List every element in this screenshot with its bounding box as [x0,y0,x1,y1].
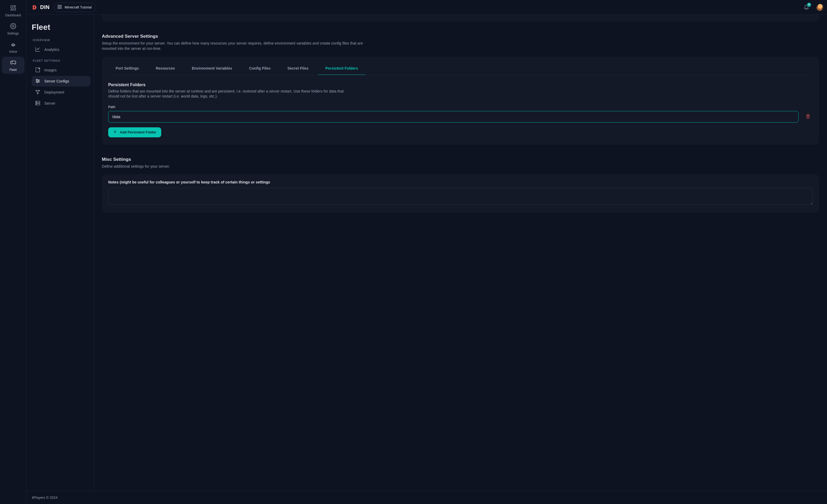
svg-rect-10 [60,7,61,9]
add-persistent-folder-label: Add Persistent Folder [120,130,156,134]
voice-icon [10,41,16,48]
path-label: Path [108,105,813,109]
footer: 4Players © 2024 [27,491,827,504]
tab-port-settings[interactable]: Port Settings [108,62,146,75]
rail-item-label: Dashboard [5,13,21,17]
svg-point-4 [12,25,14,27]
svg-point-21 [36,104,37,104]
rail-item-settings[interactable]: Settings [2,20,25,38]
apps-grid-icon [57,4,62,10]
gear-icon [10,23,16,30]
notes-label: Notes (might be useful for colleagues or… [108,180,813,184]
rail-item-label: Fleet [9,68,17,72]
advanced-title: Advanced Server Settings [102,34,819,39]
add-persistent-folder-button[interactable]: Add Persistent Folder [108,127,161,137]
page-title: Fleet [32,23,91,32]
path-row [108,111,813,123]
delete-path-button[interactable] [803,112,813,121]
svg-rect-2 [14,8,15,10]
notifications-badge: 9 [807,3,811,7]
app-selector-chip[interactable]: Minecraft Tutorial [54,3,96,12]
tab-secret-files[interactable]: Secret Files [280,62,316,75]
rail-item-label: Settings [7,32,19,35]
brand[interactable]: DIN [32,4,50,10]
rail-item-dashboard[interactable]: Dashboard [2,2,25,19]
rail-item-label: Voice [9,50,17,54]
dashboard-icon [10,5,16,12]
app-chip-label: Minecraft Tutorial [65,5,92,9]
sidebar-item-label: Server [44,101,55,105]
app-column: DIN Minecraft Tutorial 9 Fleet OVERVIEW [27,0,827,504]
side-group-label-overview: OVERVIEW [33,39,90,42]
svg-rect-3 [11,9,13,10]
image-add-icon [35,67,41,73]
trash-icon [806,114,811,120]
sidebar-item-images[interactable]: Images [32,65,91,75]
sidebar-item-server[interactable]: Server [32,98,91,109]
advanced-card: Port Settings Resources Environment Vari… [102,57,819,145]
svg-point-15 [36,90,37,91]
left-rail: Dashboard Settings Voice Fleet [0,0,27,504]
sidebar-item-deployment[interactable]: Deployment [32,87,91,98]
sidebar-item-analytics[interactable]: Analytics [32,44,91,55]
main-content[interactable]: Advanced Server Settings Setup the envir… [94,15,827,491]
sidebar-item-server-configs[interactable]: Server Configs [32,76,91,87]
svg-point-16 [39,90,40,91]
footer-copyright: 4Players © 2024 [32,496,57,500]
advanced-desc: Setup the environment for your server. Y… [102,41,371,51]
sidebar: Fleet OVERVIEW Analytics FLEET SETTINGS … [27,15,94,491]
svg-rect-6 [34,6,35,8]
side-group-label-fleet-settings: FLEET SETTINGS [33,59,90,62]
notes-textarea[interactable] [108,188,813,205]
svg-point-17 [37,93,38,94]
path-input[interactable] [108,111,798,123]
sidebar-item-label: Images [44,68,57,72]
svg-rect-8 [60,5,61,6]
rail-item-fleet[interactable]: Fleet [2,57,25,74]
topbar: DIN Minecraft Tutorial 9 [27,0,827,15]
svg-point-13 [38,80,39,81]
sidebar-item-label: Deployment [44,90,64,94]
tab-resources[interactable]: Resources [148,62,182,75]
server-icon [35,100,41,107]
svg-point-20 [36,102,37,102]
sliders-icon [35,78,41,85]
rail-item-voice[interactable]: Voice [2,39,25,56]
body: Fleet OVERVIEW Analytics FLEET SETTINGS … [27,15,827,491]
svg-point-5 [12,44,14,45]
tab-config-files[interactable]: Config Files [242,62,278,75]
sidebar-item-label: Analytics [44,47,59,52]
tab-env-variables[interactable]: Environment Variables [185,62,240,75]
persistent-desc: Define folders that are mounted into the… [108,89,351,99]
tab-persistent-folders[interactable]: Persistent Folders [318,62,366,75]
svg-rect-9 [58,7,59,9]
notifications-button[interactable]: 9 [803,4,810,11]
brand-name: DIN [40,4,50,10]
tabs: Port Settings Resources Environment Vari… [108,62,813,75]
gamepad-icon [10,59,16,66]
misc-title: Misc Settings [102,157,819,162]
svg-point-14 [37,81,38,82]
brand-logo-icon [32,4,38,10]
plus-icon [113,130,117,135]
sidebar-item-label: Server Configs [44,79,69,83]
misc-card: Notes (might be useful for colleagues or… [102,174,819,213]
avatar[interactable] [817,4,823,11]
deploy-icon [35,89,41,96]
previous-card-sliver [102,15,819,21]
svg-rect-7 [58,5,59,6]
svg-rect-1 [14,6,15,7]
analytics-icon [35,46,41,53]
misc-desc: Define additional settings for your serv… [102,164,371,169]
persistent-title: Persistent Folders [108,82,813,87]
svg-point-12 [36,79,38,80]
svg-rect-0 [11,6,13,8]
